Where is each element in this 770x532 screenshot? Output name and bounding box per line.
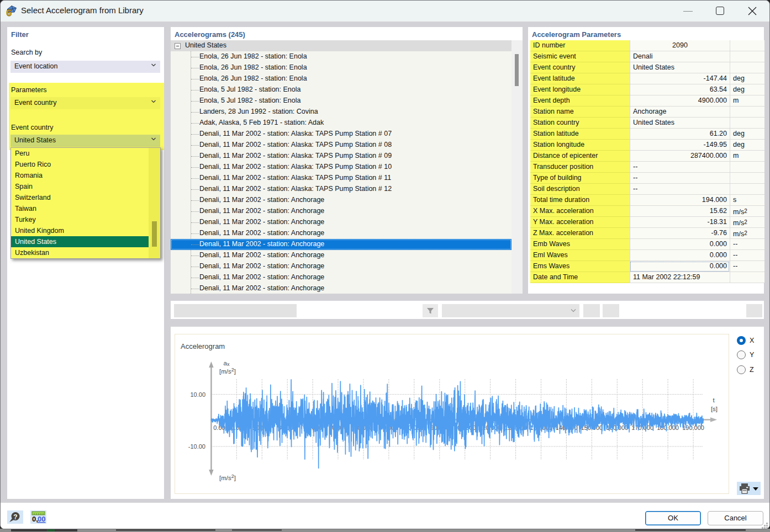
svg-text:t: t <box>713 397 715 403</box>
svg-text:ax: ax <box>224 360 230 367</box>
svg-text:00: 00 <box>38 515 45 523</box>
svg-text:6: 6 <box>7 8 12 18</box>
svg-text:?: ? <box>13 513 17 521</box>
svg-text:Accelerogram: Accelerogram <box>181 342 225 350</box>
svg-text:[m/s2]: [m/s2] <box>219 367 236 375</box>
svg-text:[s]: [s] <box>711 406 718 412</box>
svg-text:-10.00: -10.00 <box>188 443 205 450</box>
svg-text:10.00: 10.00 <box>190 391 205 398</box>
svg-text:[m/s2]: [m/s2] <box>219 474 236 481</box>
